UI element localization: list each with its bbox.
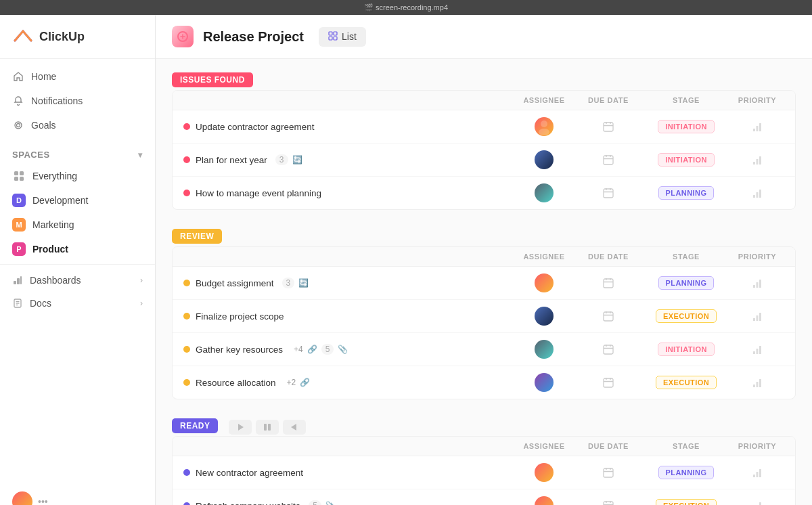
task-name[interactable]: Finalize project scope <box>196 311 284 322</box>
priority-cell[interactable] <box>730 188 784 198</box>
duedate-cell[interactable] <box>574 466 642 479</box>
list-view-tab[interactable]: List <box>319 27 366 47</box>
priority-cell[interactable] <box>730 311 784 322</box>
table-row: Plan for next year 3 🔄 INITIATION <box>173 144 795 177</box>
sidebar-item-development[interactable]: D Development <box>0 188 155 213</box>
top-bar: 🎬 screen-recording.mp4 <box>0 0 812 15</box>
duedate-cell[interactable] <box>574 154 642 166</box>
priority-cell[interactable] <box>730 121 784 132</box>
avatar <box>535 117 554 136</box>
svg-rect-45 <box>753 285 755 288</box>
link-icon: 🔗 <box>307 345 317 354</box>
svg-rect-5 <box>20 177 24 181</box>
toolbar-btn-2[interactable] <box>256 420 279 435</box>
svg-rect-54 <box>759 313 761 321</box>
stage-cell: EXECUTION <box>642 499 730 505</box>
priority-cell[interactable] <box>730 377 784 388</box>
group-review: REVIEW ASSIGNEE DUE DATE STAGE PRIORITY … <box>172 229 796 399</box>
group-ready-header: READY <box>172 418 796 436</box>
stage-cell: INITIATION <box>642 120 730 133</box>
paperclip-icon: 📎 <box>338 345 348 354</box>
svg-rect-32 <box>757 159 759 164</box>
task-name[interactable]: New contractor agreement <box>196 468 303 478</box>
sidebar-item-marketing[interactable]: M Marketing <box>0 213 155 237</box>
calendar-icon <box>602 187 614 199</box>
priority-cell[interactable] <box>730 154 784 165</box>
svg-rect-8 <box>20 276 22 284</box>
task-dot <box>183 313 190 320</box>
col-priority-2: PRIORITY <box>730 252 784 261</box>
avatar <box>535 150 554 169</box>
task-name[interactable]: Refresh company website <box>196 501 300 506</box>
sidebar-item-everything[interactable]: Everything <box>0 164 155 188</box>
duedate-cell[interactable] <box>574 500 642 505</box>
priority-cell[interactable] <box>730 500 784 505</box>
development-label: Development <box>32 195 89 206</box>
task-name[interactable]: Update contractor agreement <box>196 122 315 132</box>
task-name[interactable]: Plan for next year <box>196 155 267 165</box>
svg-rect-33 <box>759 156 761 164</box>
toolbar-btn-3[interactable] <box>283 420 306 435</box>
ready-table: ASSIGNEE DUE DATE STAGE PRIORITY New con… <box>172 436 796 505</box>
duedate-cell[interactable] <box>574 343 642 355</box>
task-dot <box>183 379 190 386</box>
priority-cell[interactable] <box>730 344 784 355</box>
priority-icon <box>752 344 763 355</box>
dashboards-arrow: › <box>140 276 143 285</box>
col-duedate-3: DUE DATE <box>574 442 642 450</box>
priority-icon <box>752 188 763 198</box>
toolbar-btn-1[interactable] <box>229 420 252 435</box>
svg-point-19 <box>539 129 549 135</box>
svg-rect-78 <box>757 472 759 477</box>
priority-cell[interactable] <box>730 278 784 288</box>
svg-rect-41 <box>604 279 613 288</box>
sidebar-item-home[interactable]: Home <box>0 64 155 89</box>
duedate-cell[interactable] <box>574 277 642 289</box>
priority-icon <box>752 377 763 388</box>
priority-cell[interactable] <box>730 467 784 478</box>
col-stage-1: STAGE <box>642 96 730 104</box>
task-name[interactable]: Resource allocation <box>196 378 276 388</box>
product-label: Product <box>32 244 68 255</box>
sidebar-item-docs[interactable]: Docs › <box>0 292 155 315</box>
assignee-cell <box>514 150 574 169</box>
duedate-cell[interactable] <box>574 120 642 133</box>
user-menu-icon: ••• <box>38 496 48 505</box>
notifications-label: Notifications <box>31 95 83 106</box>
duedate-cell[interactable] <box>574 376 642 389</box>
task-name[interactable]: Gather key resources <box>196 345 283 355</box>
sidebar-item-dashboards[interactable]: Dashboards › <box>0 269 155 292</box>
avatar <box>535 373 554 392</box>
task-dot <box>183 502 190 505</box>
sidebar-item-product[interactable]: P Product <box>0 237 155 261</box>
col-duedate-2: DUE DATE <box>574 252 642 261</box>
task-dot <box>183 190 190 196</box>
avatar <box>535 307 554 326</box>
duedate-cell[interactable] <box>574 310 642 322</box>
assignee-cell <box>514 307 574 326</box>
project-icon <box>172 26 194 47</box>
svg-rect-47 <box>759 280 761 288</box>
sidebar-item-goals[interactable]: Goals <box>0 113 155 137</box>
stage-cell: PLANNING <box>642 186 730 200</box>
spaces-chevron-icon[interactable]: ▾ <box>138 150 143 160</box>
logo-text: ClickUp <box>39 30 85 44</box>
svg-rect-71 <box>268 424 271 431</box>
svg-rect-55 <box>604 345 613 354</box>
table-row: New contractor agreement PLANNING <box>173 456 795 489</box>
stage-badge: INITIATION <box>658 120 715 133</box>
svg-rect-27 <box>604 156 613 164</box>
avatar <box>535 463 554 482</box>
svg-rect-53 <box>757 315 759 321</box>
svg-rect-31 <box>753 162 755 164</box>
spaces-header: Spaces ▾ <box>0 143 155 164</box>
home-icon <box>12 70 24 83</box>
duedate-cell[interactable] <box>574 187 642 199</box>
priority-icon <box>752 500 763 505</box>
group-issues-found: ISSUES FOUND ASSIGNEE DUE DATE STAGE PRI… <box>172 72 796 210</box>
task-count: 3 <box>275 154 288 165</box>
sidebar-item-notifications[interactable]: Notifications <box>0 89 155 113</box>
task-name[interactable]: How to manage event planning <box>196 188 321 198</box>
task-name[interactable]: Budget assignment <box>196 278 274 288</box>
table-row: How to manage event planning PLANNING <box>173 177 795 209</box>
